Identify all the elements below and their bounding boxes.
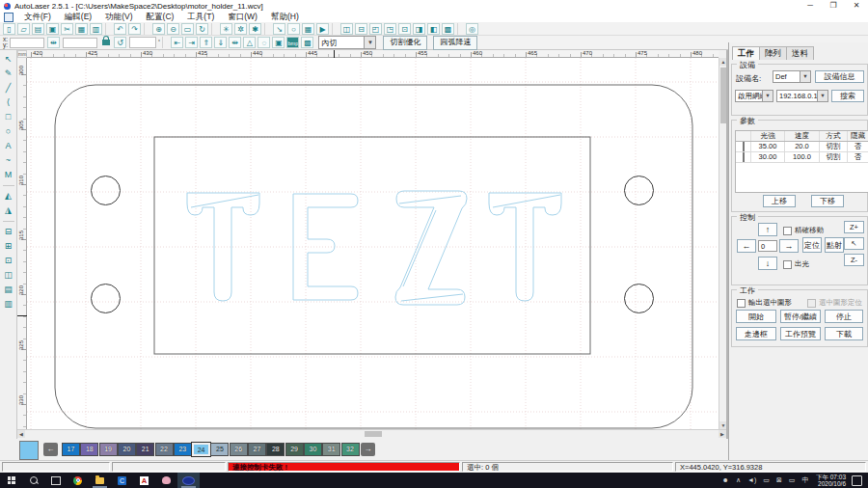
home-button[interactable]: ↖ bbox=[844, 237, 864, 250]
ip-select[interactable]: 192.168.0.100▼ bbox=[776, 90, 828, 102]
align-center-icon[interactable]: ⊡ bbox=[398, 23, 411, 35]
palette-color-31[interactable]: 31 bbox=[322, 443, 340, 456]
notification-center-icon[interactable] bbox=[852, 475, 862, 486]
simulate-fast-icon[interactable]: ✲ bbox=[234, 23, 247, 35]
device-name-select[interactable]: Def▼ bbox=[773, 70, 811, 83]
bitmap-tool-icon[interactable]: M bbox=[2, 169, 14, 181]
simulate-step-icon[interactable]: ✱ bbox=[249, 23, 261, 35]
palette-color-21[interactable]: 21 bbox=[136, 443, 154, 456]
dashed-circle-icon[interactable]: ◌ bbox=[258, 37, 270, 48]
size-link-icon[interactable]: ⇹ bbox=[47, 37, 60, 48]
close-button[interactable]: ✕ bbox=[845, 0, 868, 12]
select-tool-icon[interactable]: ↖ bbox=[2, 53, 14, 66]
palette-color-30[interactable]: 30 bbox=[304, 443, 322, 456]
people-icon[interactable]: ☻ bbox=[719, 473, 732, 488]
text-tool-icon[interactable]: A bbox=[2, 140, 14, 152]
hole-top-left[interactable] bbox=[92, 176, 121, 205]
polyline-tool-icon[interactable]: ⟨ bbox=[2, 96, 14, 109]
palette-color-29[interactable]: 29 bbox=[285, 443, 304, 456]
palette-color-28[interactable]: 28 bbox=[266, 443, 285, 456]
palette-color-24[interactable]: 24 bbox=[192, 443, 210, 456]
taskbar-explorer[interactable] bbox=[89, 473, 111, 488]
align-cols-icon[interactable]: ◫ bbox=[2, 269, 14, 282]
run-icon[interactable]: ▶ bbox=[316, 23, 329, 35]
pulse-button[interactable]: 點射 bbox=[825, 237, 844, 253]
table-icon[interactable]: ▦ bbox=[302, 23, 314, 35]
minimize-button[interactable]: ─ bbox=[799, 0, 822, 12]
taskbar-search-button[interactable] bbox=[22, 473, 44, 488]
copy-icon[interactable]: ▦ bbox=[75, 23, 88, 35]
align-tr-icon[interactable]: ◳ bbox=[384, 23, 396, 35]
zoom-refresh-icon[interactable]: ↻ bbox=[196, 23, 208, 35]
palette-color-22[interactable]: 22 bbox=[155, 443, 174, 456]
outer-plate-outline[interactable] bbox=[55, 85, 692, 428]
line-tool-icon[interactable]: ╱ bbox=[2, 82, 14, 95]
z-minus-button[interactable]: Z- bbox=[844, 254, 864, 266]
task-view-button[interactable] bbox=[44, 473, 67, 488]
align-left-icon[interactable]: ⇤ bbox=[171, 37, 183, 48]
save-icon[interactable]: ▣ bbox=[46, 23, 59, 35]
jog-up-button[interactable]: ↑ bbox=[758, 223, 777, 236]
param-row-0[interactable]: 35.0020.0切割否 bbox=[736, 142, 868, 152]
selected-locate-checkbox[interactable]: 選中圖形定位 bbox=[807, 298, 862, 308]
dist-rows-icon[interactable]: ▤ bbox=[2, 284, 14, 296]
menu-item-6[interactable]: 幫助(H) bbox=[264, 12, 306, 21]
palette-next-button[interactable]: → bbox=[361, 443, 375, 456]
hole-top-right[interactable] bbox=[625, 176, 654, 205]
output-selected-checkbox[interactable]: 輸出選中圖形 bbox=[737, 298, 792, 308]
palette-color-18[interactable]: 18 bbox=[80, 443, 98, 456]
align-tl-icon[interactable]: ◰ bbox=[369, 23, 382, 35]
taskbar-paint-app[interactable] bbox=[155, 473, 177, 488]
taskbar-autocad[interactable]: A bbox=[133, 473, 155, 488]
horizontal-scrollbar[interactable]: ◀ ▶ bbox=[17, 429, 726, 439]
palette-color-17[interactable]: 17 bbox=[62, 443, 80, 456]
machine-icon[interactable]: ◎ bbox=[466, 23, 478, 35]
menu-item-1[interactable]: 編輯(E) bbox=[58, 12, 98, 21]
start-button[interactable] bbox=[0, 473, 22, 488]
undo-icon[interactable]: ↶ bbox=[114, 23, 126, 35]
menu-item-4[interactable]: 工具(T) bbox=[180, 12, 221, 21]
simulate-icon[interactable]: ✳ bbox=[220, 23, 232, 35]
taskbar-c-app[interactable]: C bbox=[111, 473, 133, 488]
jog-left-button[interactable]: ← bbox=[737, 239, 756, 253]
same-size-icon[interactable]: ⇹ bbox=[229, 37, 241, 48]
tab-array[interactable]: 陣列 bbox=[759, 46, 787, 60]
display-icon[interactable]: ▭ bbox=[760, 473, 773, 488]
fine-move-checkbox[interactable]: 精確移動 bbox=[783, 226, 824, 235]
menu-item-0[interactable]: 文件(F) bbox=[17, 12, 58, 21]
step-field[interactable]: 0 bbox=[758, 240, 777, 252]
net-mode-select[interactable]: 啟用網絡▼ bbox=[735, 90, 773, 102]
zoom-fit-icon[interactable]: ▭ bbox=[181, 23, 194, 35]
array-copy-icon[interactable]: ▩ bbox=[442, 23, 454, 35]
stop-button[interactable]: 停止 bbox=[825, 310, 863, 323]
align-h-icon[interactable]: ◫ bbox=[340, 23, 353, 35]
hatch-icon[interactable]: ▩ bbox=[301, 37, 313, 48]
start-button[interactable]: 開始 bbox=[736, 310, 776, 323]
palette-prev-button[interactable]: ← bbox=[43, 443, 58, 456]
open-file-icon[interactable]: ▱ bbox=[17, 23, 30, 35]
redo-icon[interactable]: ↷ bbox=[128, 23, 141, 35]
ime-indicator[interactable]: 中 bbox=[799, 473, 812, 488]
curve-tool-icon[interactable]: ~ bbox=[2, 154, 14, 167]
palette-color-19[interactable]: 19 bbox=[99, 443, 118, 456]
node-icon[interactable]: ○ bbox=[287, 23, 300, 35]
maximize-button[interactable]: ❐ bbox=[822, 0, 845, 12]
paste-icon[interactable]: ▥ bbox=[90, 23, 102, 35]
palette-color-27[interactable]: 27 bbox=[248, 443, 266, 456]
taskbar-clock[interactable]: 下午 07:03 2020/10/6 bbox=[812, 474, 850, 487]
height-field[interactable] bbox=[63, 38, 97, 48]
fill-icon[interactable]: ▣ bbox=[272, 37, 285, 48]
bmp-icon[interactable]: bmp bbox=[286, 37, 299, 48]
download-button[interactable]: 下載 bbox=[825, 327, 863, 340]
cut-icon[interactable]: ✂ bbox=[61, 23, 73, 35]
canvas[interactable] bbox=[27, 58, 719, 429]
width-field[interactable] bbox=[10, 38, 44, 48]
menu-item-3[interactable]: 配置(C) bbox=[140, 12, 181, 21]
palette-color-20[interactable]: 20 bbox=[118, 443, 136, 456]
align-v-icon[interactable]: ⊟ bbox=[355, 23, 367, 35]
laser-on-checkbox[interactable]: 出光 bbox=[783, 259, 809, 269]
lock-ratio-icon[interactable] bbox=[102, 40, 110, 45]
param-row-1[interactable]: 30.00100.0切割否 bbox=[736, 152, 868, 163]
ellipse-tool-icon[interactable]: ○ bbox=[2, 125, 14, 138]
volume-icon[interactable]: ◄) bbox=[745, 473, 760, 488]
